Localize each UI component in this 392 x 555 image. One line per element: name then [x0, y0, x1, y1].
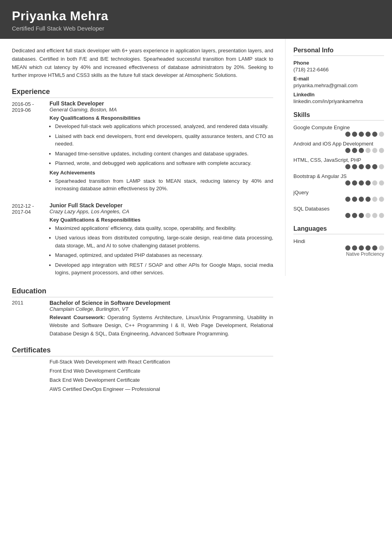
skill-dot: [379, 164, 384, 169]
linkedin-value: linkedin.com/in/priyankamehra: [293, 98, 384, 104]
exp-detail: Junior Full Stack DeveloperCrazy Lazy Ap…: [49, 202, 273, 279]
edu-school: Champlain College, Burlington, VT: [49, 306, 273, 312]
skill-dot: [359, 197, 364, 202]
skill-dot: [345, 197, 350, 202]
skill-dot: [365, 148, 371, 153]
language-level: Native Proficiency: [293, 251, 384, 257]
skill-dots: [293, 180, 384, 186]
skill-dot: [379, 180, 384, 186]
cert-spacer: [12, 377, 49, 383]
skill-dots: [293, 213, 384, 218]
skill-row: SQL Databases: [293, 206, 384, 218]
certificate-entry: Front End Web Development Certificate: [12, 368, 273, 374]
list-item: Developed full-stack web applications wh…: [55, 122, 273, 130]
skill-dot: [365, 197, 371, 202]
email-label: E-mail: [293, 76, 384, 82]
skill-dot: [359, 164, 364, 169]
certificate-entry: Back End Web Development Certificate: [12, 377, 273, 383]
exp-date: 2012-12 -2017-04: [12, 202, 49, 279]
lang-dot: [345, 245, 350, 251]
skill-dot: [352, 132, 357, 137]
linkedin-label: LinkedIn: [293, 92, 384, 98]
skill-dot: [359, 148, 364, 153]
certificate-entry: Full-Stack Web Development with React Ce…: [12, 359, 273, 365]
coursework-label: Relevant Coursework:: [49, 314, 105, 320]
candidate-title: Certified Full Stack Web Developer: [12, 25, 380, 32]
candidate-name: Priyanka Mehra: [12, 9, 380, 23]
exp-title: Junior Full Stack Developer: [49, 202, 273, 209]
skill-dots: [293, 148, 384, 153]
edu-date: 2011: [12, 300, 49, 338]
education-section: Education 2011Bachelor of Science in Sof…: [12, 287, 273, 338]
lang-dot: [352, 245, 357, 251]
skill-dot: [365, 164, 371, 169]
lang-dot: [359, 245, 364, 251]
personal-info-title: Personal Info: [293, 47, 384, 56]
skill-dot: [352, 180, 357, 186]
languages-title: Languages: [293, 225, 384, 234]
exp-kq-label: Key Qualifications & Responsibilities: [49, 217, 273, 223]
skill-name: Bootstrap & Angular JS: [293, 173, 384, 179]
skill-dot: [372, 164, 377, 169]
skill-dot: [359, 213, 364, 218]
skill-dot: [372, 180, 377, 186]
phone-label: Phone: [293, 60, 384, 66]
summary-text: Dedicated and efficient full stack devel…: [12, 47, 273, 80]
skill-dot: [372, 148, 377, 153]
exp-responsibilities: Developed full-stack web applications wh…: [49, 122, 273, 167]
cert-spacer: [12, 359, 49, 365]
lang-dot: [379, 245, 384, 251]
lang-dot: [365, 245, 371, 251]
cert-text: Full-Stack Web Development with React Ce…: [49, 359, 170, 365]
skill-row: jQuery: [293, 189, 384, 202]
skill-dot: [352, 164, 357, 169]
skill-dot: [352, 213, 357, 218]
cert-spacer: [12, 368, 49, 374]
lang-dot: [372, 245, 377, 251]
edu-detail: Bachelor of Science in Software Developm…: [49, 300, 273, 338]
education-entry: 2011Bachelor of Science in Software Deve…: [12, 300, 273, 338]
lang-dots: [293, 245, 384, 251]
exp-responsibilities: Maximized applications' efficiency, data…: [49, 224, 273, 277]
skill-dot: [345, 180, 350, 186]
list-item: Liaised with back end developers, front …: [55, 132, 273, 148]
skill-dots: [293, 197, 384, 202]
email-value: priyanka.mehra@gmail.com: [293, 82, 384, 88]
education-title: Education: [12, 287, 273, 297]
phone-value: (718) 212-6466: [293, 67, 384, 73]
experience-entry: 2016-05 -2019-06Full Stack DeveloperGene…: [12, 100, 273, 195]
skill-dot: [352, 197, 357, 202]
edu-coursework: Relevant Coursework: Operating Systems A…: [49, 314, 273, 338]
skill-row: HTML, CSS, JavaScript, PHP: [293, 157, 384, 169]
list-item: Managed, optimized, and updated PHP data…: [55, 251, 273, 259]
skill-dot: [372, 197, 377, 202]
list-item: Planned, wrote, and debugged web applica…: [55, 159, 273, 167]
skill-name: Google Compute Engine: [293, 124, 384, 130]
exp-company: General Gaming, Boston, MA: [49, 107, 273, 113]
exp-company: Crazy Lazy Apps, Los Angeles, CA: [49, 209, 273, 214]
certificates-title: Certificates: [12, 346, 273, 356]
skill-dot: [365, 132, 371, 137]
cert-text: Front End Web Development Certificate: [49, 368, 141, 374]
list-item: Used various ideas from distributed comp…: [55, 234, 273, 249]
header: Priyanka Mehra Certified Full Stack Web …: [0, 0, 392, 39]
skill-row: Android and iOS App Development: [293, 141, 384, 153]
skill-name: HTML, CSS, JavaScript, PHP: [293, 157, 384, 163]
skills-title: Skills: [293, 111, 384, 121]
skill-dot: [379, 148, 384, 153]
skills-section: Skills Google Compute Engine Android and…: [293, 111, 384, 218]
skill-dots: [293, 132, 384, 137]
exp-kq-label: Key Qualifications & Responsibilities: [49, 115, 273, 121]
language-name: Hindi: [293, 238, 384, 244]
experience-title: Experience: [12, 88, 273, 98]
exp-achievements-label: Key Achievements: [49, 170, 273, 176]
skill-dot: [345, 132, 350, 137]
list-item: Managed time-sensitive updates, includin…: [55, 150, 273, 158]
list-item: Spearheaded transition from LAMP stack t…: [55, 177, 273, 193]
skill-dot: [352, 148, 357, 153]
skill-row: Google Compute Engine: [293, 124, 384, 137]
skill-name: SQL Databases: [293, 206, 384, 212]
exp-achievements: Spearheaded transition from LAMP stack t…: [49, 177, 273, 193]
personal-info-section: Personal Info Phone (718) 212-6466 E-mai…: [293, 47, 384, 104]
certificate-entry: AWS Certified DevOps Engineer — Professi…: [12, 386, 273, 392]
